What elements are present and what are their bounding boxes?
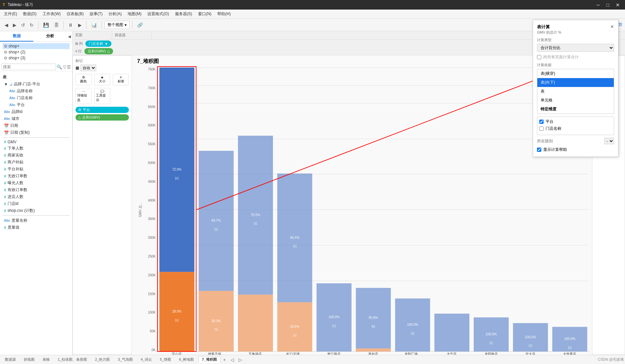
bar-top-7[interactable]: [434, 314, 469, 351]
menu-analysis[interactable]: 分析(A): [106, 11, 124, 17]
dim-label-5: 城市: [12, 116, 19, 122]
toolbar-redo[interactable]: ↻: [28, 21, 36, 29]
tab-heatmap[interactable]: 2_热力图: [91, 356, 113, 363]
view-selector[interactable]: 整个视图 ▾: [104, 21, 130, 29]
marks-gmv-pill[interactable]: △ 总和(GMV): [75, 114, 129, 121]
toolbar-run[interactable]: ▶: [76, 21, 84, 29]
calc-option-table[interactable]: 表: [537, 87, 614, 96]
marks-tooltip-btn[interactable]: 💬 工具提示: [94, 88, 110, 104]
measure-valid-orders[interactable]: # 有效订单数: [3, 186, 70, 193]
measure-merchant-subsidy[interactable]: # 商户补贴: [3, 159, 70, 166]
dim-city[interactable]: Abc 城市: [3, 115, 70, 122]
dim-measure-value[interactable]: # 度量值: [3, 224, 70, 231]
menu-file[interactable]: 文件(E): [1, 11, 20, 17]
calc-option-cell[interactable]: 单元格: [537, 96, 614, 105]
toolbar-undo[interactable]: ↺: [19, 21, 27, 29]
close-btn[interactable]: ✕: [613, 2, 622, 8]
tab-datasource[interactable]: 数据源: [1, 356, 19, 363]
menu-dashboard[interactable]: 仪表板(B): [64, 11, 86, 17]
dim-date-copy[interactable]: 📅 日期 (复制): [3, 129, 70, 136]
dim-platform[interactable]: Abc 平台: [3, 101, 70, 108]
toolbar-share[interactable]: 🔗: [135, 21, 145, 29]
dim-platform-checkbox[interactable]: [539, 120, 544, 124]
tab-table[interactable]: 表格: [39, 356, 53, 363]
toolbar-back[interactable]: ◀: [3, 21, 10, 29]
dim-store-name[interactable]: Abc 门店名称: [3, 95, 70, 101]
calc-option-table-down[interactable]: 表(向下): [537, 78, 614, 87]
measure-gmv[interactable]: # GMV: [3, 139, 70, 145]
search-btn[interactable]: 🔍: [57, 65, 62, 70]
hash-icon-2: #: [4, 146, 6, 151]
rows-pill[interactable]: 总和(GMV) △: [84, 48, 113, 54]
datasource-shop2[interactable]: ⊙ shop+ (2): [3, 49, 70, 55]
dim-date[interactable]: 📅 日期: [3, 122, 70, 129]
measure-orders[interactable]: # 下单人数: [3, 145, 70, 152]
all-levels-select[interactable]: -: [604, 138, 614, 144]
marks-type-select[interactable]: 自动: [80, 65, 96, 71]
measure-exposure[interactable]: # 曝光人数: [3, 180, 70, 186]
toolbar-show-me[interactable]: 📊: [89, 21, 99, 29]
tab-data[interactable]: 数据: [0, 31, 33, 42]
toolbar-pause[interactable]: ⏸: [66, 21, 75, 29]
datasource-shop1[interactable]: ⊙ shop+: [3, 43, 70, 49]
collapse-btn[interactable]: ◀: [67, 33, 72, 40]
minimize-btn[interactable]: ─: [594, 2, 603, 8]
menu-data[interactable]: 数据(D): [20, 11, 39, 17]
measure-store-id[interactable]: # 门店id: [3, 200, 70, 207]
marks-color-btn[interactable]: ⚙ 颜色: [75, 74, 92, 85]
cols-pill[interactable]: 门店名称 ▼: [85, 41, 111, 47]
svg-text:[5]: [5]: [372, 325, 375, 328]
bar-bot-2[interactable]: [238, 295, 273, 351]
search-bar: 🔍 ▽ ☰: [0, 62, 72, 72]
toolbar-save[interactable]: 💾: [41, 21, 51, 29]
marks-size-btn[interactable]: ◈ 大小: [94, 74, 110, 85]
bar-bot-5[interactable]: [356, 349, 391, 351]
menu-server[interactable]: 服务器(S): [172, 11, 195, 17]
toolbar-new-datasource[interactable]: 🗄: [52, 21, 61, 29]
dim-folder[interactable]: ▼ ⊿ 品牌-门店-平台: [3, 81, 70, 88]
view-toggle-btn[interactable]: ☰: [67, 65, 71, 70]
tab-stacked[interactable]: 7_堆积图: [198, 356, 221, 363]
cross-all-pages-checkbox[interactable]: [537, 55, 541, 59]
tab-icon-1[interactable]: ◁: [228, 356, 236, 363]
dim-brand-name[interactable]: Abc 品牌名称: [3, 88, 70, 95]
menu-help[interactable]: 帮助(H): [215, 11, 233, 17]
tab-bar-chart[interactable]: 1_柱状图、条形图: [54, 356, 91, 363]
search-input[interactable]: [1, 64, 56, 70]
tab-icon-2[interactable]: ▷: [237, 356, 244, 363]
maximize-btn[interactable]: □: [604, 2, 612, 8]
menu-format[interactable]: 设置格式(O): [145, 11, 171, 17]
menu-story[interactable]: 故事(T): [87, 11, 105, 17]
dim-label-7: 日期 (复制): [10, 130, 30, 135]
marks-platform-pill[interactable]: ⚙ 平台: [75, 107, 129, 113]
tab-bubble[interactable]: 3_气泡图: [114, 356, 136, 363]
tab-analysis[interactable]: 分析: [33, 31, 67, 42]
hash-icon-6: #: [4, 174, 6, 179]
measure-platform-subsidy[interactable]: # 平台补贴: [3, 166, 70, 173]
tab-treemap[interactable]: 6_树地图: [175, 356, 197, 363]
tab-line-chart[interactable]: 折线图: [20, 356, 38, 363]
dim-measure-name[interactable]: Abc 度量名称: [3, 217, 70, 224]
measure-invalid-orders[interactable]: # 无效订单数: [3, 173, 70, 180]
measure-visitors[interactable]: # 进店人数: [3, 193, 70, 200]
tab-add-btn[interactable]: +: [221, 356, 228, 363]
marks-label-btn[interactable]: ≡ 标签: [113, 74, 129, 85]
calc-option-specific-dim[interactable]: 特定维度: [537, 105, 614, 114]
filter-btn[interactable]: ▽: [63, 65, 66, 70]
tab-pie[interactable]: 5_饼图: [156, 356, 175, 363]
show-help-checkbox[interactable]: [537, 148, 541, 152]
dim-brand-id[interactable]: Abc 品牌id: [3, 108, 70, 115]
bars-container: 72.0%[1]28.0%[1]69.7%[1]30.3%[1]70.5%[1]…: [157, 68, 589, 352]
dim-store-checkbox[interactable]: [539, 126, 544, 131]
calc-option-table-across[interactable]: 表(横穿): [537, 69, 614, 78]
marks-detail-btn[interactable]: ⋯ 详细信息: [75, 88, 92, 104]
menu-map[interactable]: 地图(M): [125, 11, 144, 17]
hash-icon-1: #: [4, 140, 6, 144]
measure-actual[interactable]: # 商家实收: [3, 152, 70, 159]
toolbar-forward[interactable]: ▶: [11, 21, 18, 29]
menu-worksheet[interactable]: 工作表(W): [40, 11, 63, 17]
datasource-shop3[interactable]: ⊙ shop+ (3): [3, 55, 70, 61]
tab-wordcloud[interactable]: 4_词云: [137, 356, 156, 363]
menu-window[interactable]: 窗口(N): [195, 11, 214, 17]
measure-count[interactable]: # shop.csv (计数): [3, 207, 70, 214]
